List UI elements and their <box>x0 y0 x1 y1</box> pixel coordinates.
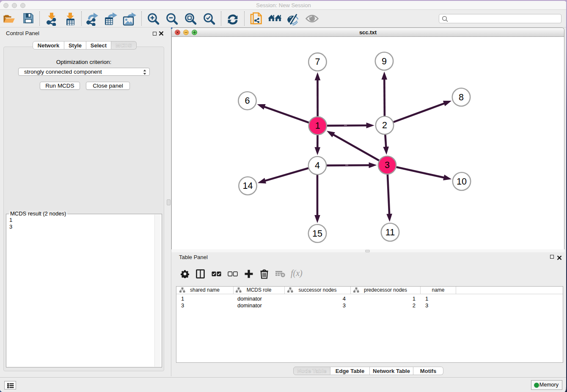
svg-text:6: 6 <box>245 96 250 106</box>
svg-text:2: 2 <box>382 120 387 130</box>
svg-text:7: 7 <box>315 57 320 67</box>
svg-text:14: 14 <box>243 181 253 191</box>
svg-text:4: 4 <box>315 160 320 171</box>
svg-text:3: 3 <box>385 160 390 170</box>
svg-text:1: 1 <box>315 121 320 131</box>
svg-text:11: 11 <box>385 227 395 237</box>
svg-text:9: 9 <box>382 56 387 66</box>
svg-text:15: 15 <box>312 229 322 239</box>
svg-text:10: 10 <box>457 177 467 187</box>
svg-text:8: 8 <box>459 92 464 102</box>
